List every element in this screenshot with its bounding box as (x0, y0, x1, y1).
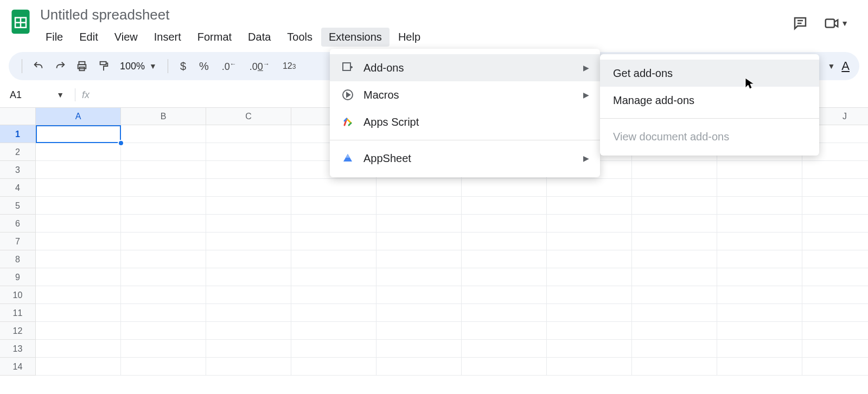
cell-F7[interactable] (462, 232, 547, 250)
col-header-A[interactable]: A (36, 108, 121, 125)
cell-B6[interactable] (121, 215, 206, 232)
cell-B7[interactable] (121, 232, 206, 250)
zoom-select[interactable]: 100%▼ (117, 61, 160, 72)
cell-C11[interactable] (206, 304, 291, 322)
cell-I5[interactable] (717, 197, 802, 215)
cell-G9[interactable] (547, 268, 632, 286)
cell-D6[interactable] (291, 215, 376, 232)
menu-tools[interactable]: Tools (279, 28, 320, 47)
row-header-5[interactable]: 5 (0, 197, 36, 215)
cell-C14[interactable] (206, 358, 291, 376)
cell-B1[interactable] (121, 125, 206, 143)
cell-J11[interactable] (802, 304, 868, 322)
cell-H8[interactable] (632, 250, 717, 268)
cell-D9[interactable] (291, 268, 376, 286)
submenu-manage-addons[interactable]: Manage add-ons (600, 87, 819, 114)
cell-H5[interactable] (632, 197, 717, 215)
row-header-1[interactable]: 1 (0, 125, 36, 143)
percent-button[interactable]: % (195, 60, 213, 73)
cell-H11[interactable] (632, 304, 717, 322)
meet-button[interactable]: ▼ (824, 15, 848, 31)
submenu-get-addons[interactable]: Get add-ons (600, 60, 819, 87)
cell-F12[interactable] (462, 322, 547, 340)
cell-H4[interactable] (632, 179, 717, 197)
cell-E14[interactable] (376, 358, 462, 376)
cell-D11[interactable] (291, 304, 376, 322)
cell-B2[interactable] (121, 143, 206, 161)
cell-G8[interactable] (547, 250, 632, 268)
cell-A2[interactable] (36, 143, 121, 161)
cell-F14[interactable] (462, 358, 547, 376)
fill-handle[interactable] (118, 140, 124, 146)
doc-title[interactable]: Untitled spreadsheet (38, 5, 792, 24)
row-header-11[interactable]: 11 (0, 304, 36, 322)
cell-I7[interactable] (717, 232, 802, 250)
comments-icon[interactable] (792, 15, 808, 31)
cell-J12[interactable] (802, 322, 868, 340)
cell-G13[interactable] (547, 340, 632, 358)
menu-help[interactable]: Help (391, 28, 428, 47)
cell-I12[interactable] (717, 322, 802, 340)
cell-B12[interactable] (121, 322, 206, 340)
cell-A10[interactable] (36, 286, 121, 304)
cell-H10[interactable] (632, 286, 717, 304)
paint-format-button[interactable] (95, 57, 112, 75)
cell-C5[interactable] (206, 197, 291, 215)
increase-decimal-button[interactable]: .00→ (245, 60, 274, 73)
cell-B13[interactable] (121, 340, 206, 358)
cell-B9[interactable] (121, 268, 206, 286)
cell-J9[interactable] (802, 268, 868, 286)
cell-A14[interactable] (36, 358, 121, 376)
cell-E13[interactable] (376, 340, 462, 358)
cell-C1[interactable] (206, 125, 291, 143)
cell-I4[interactable] (717, 179, 802, 197)
cell-J6[interactable] (802, 215, 868, 232)
row-header-13[interactable]: 13 (0, 340, 36, 358)
cell-A4[interactable] (36, 179, 121, 197)
cell-J5[interactable] (802, 197, 868, 215)
cell-D10[interactable] (291, 286, 376, 304)
menu-edit[interactable]: Edit (72, 28, 105, 47)
cell-D8[interactable] (291, 250, 376, 268)
cell-B5[interactable] (121, 197, 206, 215)
cell-A1[interactable] (36, 125, 121, 143)
cell-C13[interactable] (206, 340, 291, 358)
cell-H14[interactable] (632, 358, 717, 376)
cell-G5[interactable] (547, 197, 632, 215)
cell-G7[interactable] (547, 232, 632, 250)
cell-F13[interactable] (462, 340, 547, 358)
row-header-9[interactable]: 9 (0, 268, 36, 286)
cell-E9[interactable] (376, 268, 462, 286)
print-button[interactable] (73, 57, 91, 75)
cell-J4[interactable] (802, 179, 868, 197)
cell-I8[interactable] (717, 250, 802, 268)
cell-J14[interactable] (802, 358, 868, 376)
cell-C8[interactable] (206, 250, 291, 268)
cell-E6[interactable] (376, 215, 462, 232)
cell-E8[interactable] (376, 250, 462, 268)
menu-appsheet[interactable]: AppSheet ▶ (330, 145, 600, 172)
cell-J3[interactable] (802, 161, 868, 179)
cell-A6[interactable] (36, 215, 121, 232)
undo-button[interactable] (30, 57, 47, 75)
row-header-7[interactable]: 7 (0, 232, 36, 250)
cell-G6[interactable] (547, 215, 632, 232)
row-header-3[interactable]: 3 (0, 161, 36, 179)
number-format-button[interactable]: 123 (278, 61, 300, 71)
cell-A11[interactable] (36, 304, 121, 322)
cell-J7[interactable] (802, 232, 868, 250)
row-header-2[interactable]: 2 (0, 143, 36, 161)
cell-E11[interactable] (376, 304, 462, 322)
cell-B14[interactable] (121, 358, 206, 376)
cell-H13[interactable] (632, 340, 717, 358)
cell-A9[interactable] (36, 268, 121, 286)
cell-I6[interactable] (717, 215, 802, 232)
cell-D4[interactable] (291, 179, 376, 197)
menu-extensions[interactable]: Extensions (321, 28, 390, 47)
decrease-decimal-button[interactable]: .0← (218, 60, 241, 73)
cell-I14[interactable] (717, 358, 802, 376)
cell-I9[interactable] (717, 268, 802, 286)
cell-C10[interactable] (206, 286, 291, 304)
cell-C4[interactable] (206, 179, 291, 197)
cell-D5[interactable] (291, 197, 376, 215)
